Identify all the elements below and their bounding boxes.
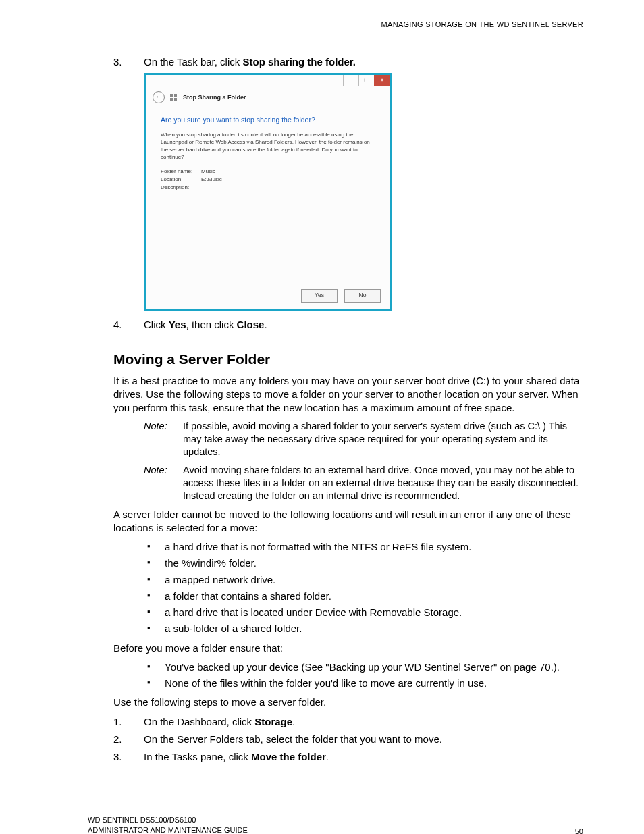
footer-doc-title: ADMINISTRATOR AND MAINTENANCE GUIDE	[88, 825, 248, 834]
list-item: None of the files within the folder you'…	[147, 677, 583, 690]
step-text: .	[292, 716, 295, 727]
folder-name-value: Music	[201, 168, 215, 174]
description-label: Description:	[161, 184, 201, 192]
note-label: Note:	[144, 464, 183, 502]
dialog-screenshot: — ▢ x ← Stop Sharing a Folder Are you su…	[144, 73, 583, 311]
folder-name-label: Folder name:	[161, 167, 201, 176]
step-1-move: 1. On the Dashboard, click Storage.	[113, 715, 583, 729]
step-text: On the Task bar, click	[144, 56, 242, 68]
step-bold: Yes	[169, 319, 186, 330]
dialog-title: Stop Sharing a Folder	[183, 94, 246, 101]
location-value: E:\Music	[201, 176, 222, 182]
dialog-question: Are you sure you want to stop sharing th…	[161, 115, 375, 124]
yes-button[interactable]: Yes	[301, 289, 338, 303]
step-2-move: 2. On the Server Folders tab, select the…	[113, 733, 583, 746]
page-number: 50	[575, 827, 583, 834]
bullet-list-1: a hard drive that is not formatted with …	[147, 540, 583, 636]
body-paragraph: Use the following steps to move a server…	[113, 696, 583, 709]
step-bold: Storage	[254, 716, 292, 727]
list-item: a folder that contains a shared folder.	[147, 590, 583, 603]
footer-product: WD SENTINEL DS5100/DS6100	[88, 815, 248, 825]
no-button[interactable]: No	[344, 289, 381, 303]
step-bold: Close	[237, 319, 265, 330]
maximize-button[interactable]: ▢	[358, 75, 375, 86]
bullet-list-2: You've backed up your device (See "Backi…	[147, 660, 583, 691]
dialog-titlebar: — ▢ x	[146, 75, 390, 87]
page-header: MANAGING STORAGE ON THE WD SENTINEL SERV…	[95, 20, 583, 28]
note-label: Note:	[144, 420, 183, 459]
step-3: 3. On the Task bar, click Stop sharing t…	[113, 55, 583, 69]
step-number: 3.	[113, 55, 144, 69]
list-item: the %windir% folder.	[147, 556, 583, 570]
step-text: .	[264, 319, 267, 330]
step-text: .	[326, 751, 329, 762]
step-number: 1.	[113, 715, 144, 729]
list-item: You've backed up your device (See "Backi…	[147, 660, 583, 674]
step-text: , then click	[186, 319, 237, 330]
step-bold: Stop sharing the folder.	[242, 56, 356, 68]
body-paragraph: A server folder cannot be moved to the f…	[113, 508, 583, 536]
note-1: Note: If possible, avoid moving a shared…	[144, 420, 583, 459]
dialog-description: When you stop sharing a folder, its cont…	[161, 132, 375, 161]
body-paragraph: Before you move a folder ensure that:	[113, 642, 583, 655]
margin-rule	[95, 47, 95, 734]
list-item: a hard drive that is located under Devic…	[147, 606, 583, 619]
section-heading: Moving a Server Folder	[113, 351, 583, 367]
back-icon[interactable]: ←	[153, 91, 165, 103]
step-text: In the Tasks pane, click	[144, 751, 251, 762]
list-item: a mapped network drive.	[147, 573, 583, 587]
step-number: 3.	[113, 750, 144, 764]
grid-icon	[170, 94, 178, 101]
list-item: a hard drive that is not formatted with …	[147, 540, 583, 554]
location-label: Location:	[161, 176, 201, 184]
close-button[interactable]: x	[374, 75, 390, 86]
note-text: If possible, avoid moving a shared folde…	[183, 420, 583, 459]
step-number: 2.	[113, 733, 144, 746]
step-bold: Move the folder	[251, 751, 326, 762]
step-text: On the Dashboard, click	[144, 716, 254, 727]
page-footer: WD SENTINEL DS5100/DS6100 ADMINISTRATOR …	[0, 815, 644, 834]
step-text: On the Server Folders tab, select the fo…	[144, 733, 583, 746]
step-text: Click	[144, 319, 169, 330]
list-item: a sub-folder of a shared folder.	[147, 622, 583, 635]
step-number: 4.	[113, 318, 144, 332]
step-4: 4. Click Yes, then click Close.	[113, 318, 583, 332]
step-3-move: 3. In the Tasks pane, click Move the fol…	[113, 750, 583, 764]
intro-paragraph: It is a best practice to move any folder…	[113, 374, 583, 415]
minimize-button[interactable]: —	[343, 75, 359, 86]
note-text: Avoid moving share folders to an externa…	[183, 464, 583, 502]
note-2: Note: Avoid moving share folders to an e…	[144, 464, 583, 502]
